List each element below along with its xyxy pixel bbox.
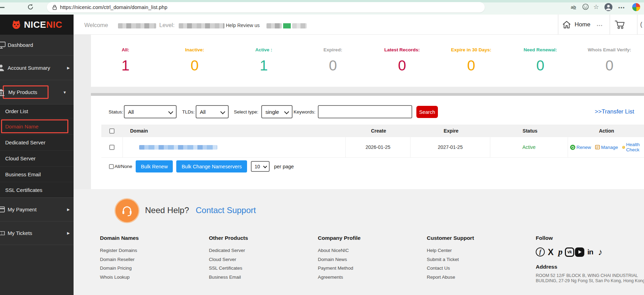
site-header: Welcome Level: Help Review us Home ••• (	[74, 15, 644, 35]
sidebar-item-business-email[interactable]: Business Email	[0, 167, 74, 182]
sidebar-item-account-summary[interactable]: Account Summary ▶	[0, 56, 74, 80]
footer-link-ssl-certificates[interactable]: SSL Certificates	[209, 264, 318, 273]
stat-label: Inactive:	[160, 47, 229, 52]
stat-label: All:	[91, 47, 160, 52]
health-check-link[interactable]: Health Check	[622, 142, 642, 152]
sidebar-item-dashboard[interactable]: Dashboard	[0, 35, 74, 56]
footer-col-other-products: Other Products Dedicated Server Cloud Se…	[209, 235, 318, 283]
logo-text: NICENIC	[24, 19, 62, 30]
tiktok-icon[interactable]: ♪	[596, 247, 604, 257]
sidebar-item-my-payment[interactable]: My Payment ▶	[0, 198, 74, 221]
footer-link-domain-news[interactable]: Domain News	[318, 255, 427, 264]
sidebar-item-domain-name[interactable]: Domain Name	[0, 118, 74, 135]
chevron-down-icon	[168, 109, 173, 114]
footer-link-submit-a-ticket[interactable]: Submit a Ticket	[427, 255, 536, 264]
row-checkbox[interactable]	[109, 145, 115, 150]
footer-link-domain-reseller[interactable]: Domain Reseller	[100, 255, 209, 264]
sidebar-item-my-products[interactable]: My Products ▼	[0, 80, 74, 104]
footer-link-register-domains[interactable]: Register Domains	[100, 246, 209, 255]
transfer-list-link[interactable]: >>Transfer List	[595, 108, 634, 115]
footer-link-agreements[interactable]: Agreements	[318, 273, 427, 282]
browser-menu-icon[interactable]: •••	[618, 5, 625, 10]
help-review-label[interactable]: Help Review us	[226, 23, 260, 28]
stat-label: Expired:	[298, 47, 367, 52]
col-domain: Domain	[122, 125, 346, 137]
select-all-checkbox[interactable]	[109, 128, 115, 134]
redacted-domain-link[interactable]	[139, 145, 217, 150]
status-select[interactable]: All	[124, 105, 177, 118]
browser-avatar[interactable]	[604, 3, 612, 12]
stat-latest-records: Latest Records: 0	[367, 35, 437, 87]
footer-link-dedicated-server[interactable]: Dedicated Server	[209, 246, 318, 255]
stat-value: 0	[160, 57, 229, 74]
address-bar[interactable]: https://nicenic.com/ctrl_domain/domain_l…	[47, 2, 485, 12]
sidebar-label: My Products	[8, 89, 37, 95]
chevron-down-icon: ▼	[63, 90, 67, 94]
url-text[interactable]: https://nicenic.com/ctrl_domain/domain_l…	[60, 5, 167, 10]
renew-label: Renew	[576, 145, 591, 150]
welcome-label: Welcome	[84, 22, 108, 28]
sidebar-item-order-list[interactable]: Order List	[0, 104, 74, 118]
youtube-icon[interactable]	[575, 247, 584, 257]
keywords-input[interactable]	[318, 105, 412, 118]
sidebar-item-cloud-server[interactable]: Cloud Server	[0, 151, 74, 167]
vk-icon[interactable]: vk	[565, 247, 574, 257]
renew-link[interactable]: Renew	[570, 145, 591, 150]
footer-link-about-nicenic[interactable]: About NiceNIC	[318, 246, 427, 255]
col-status: Status	[491, 125, 569, 137]
domain-list-panel: Status: All TLDs: All Select type: singl…	[91, 96, 644, 189]
type-select[interactable]: single	[261, 105, 293, 118]
cart-icon[interactable]	[614, 20, 625, 31]
sidebar-item-ssl-certificates[interactable]: SSL Certificates	[0, 182, 74, 198]
ticket-icon	[0, 230, 5, 236]
search-button[interactable]: Search	[416, 106, 438, 118]
translate-icon[interactable]: ab	[571, 5, 576, 10]
profile-icon[interactable]	[632, 3, 640, 11]
home-link[interactable]: Home	[575, 21, 590, 28]
home-more-icon[interactable]: •••	[597, 23, 603, 27]
back-icon[interactable]	[0, 7, 5, 8]
footer-link-business-email[interactable]: Business Email	[209, 273, 318, 282]
footer-link-report-abuse[interactable]: Report Abuse	[427, 273, 536, 282]
redacted-level	[179, 23, 224, 28]
bookmark-star-icon[interactable]: ☆	[593, 3, 599, 11]
refresh-icon[interactable]	[27, 3, 34, 12]
bulk-change-nameservers-button[interactable]: Bulk Change Nameservers	[176, 160, 247, 172]
footer-col-follow: Follow f X p vk in ♪ Address ROOM 52 12/…	[536, 235, 644, 283]
footer-col-customer-support: Customer Support Help Center Submit a Ti…	[427, 235, 536, 283]
footer-link-whois-lookup[interactable]: Whois Lookup	[100, 273, 209, 282]
screenshot-root: https://nicenic.com/ctrl_domain/domain_l…	[0, 0, 644, 295]
home-icon[interactable]	[562, 20, 571, 30]
stat-value: 0	[506, 57, 575, 74]
contact-support-link[interactable]: Contact Support	[196, 205, 256, 215]
stat-value: 0	[575, 57, 644, 74]
status-select-value: All	[128, 109, 134, 115]
bulk-renew-button[interactable]: Bulk Renew	[136, 160, 173, 172]
horizontal-scrollbar[interactable]	[91, 93, 644, 96]
sidebar-item-my-tickets[interactable]: My Tickets ▶	[0, 221, 74, 245]
footer-link-cloud-server[interactable]: Cloud Server	[209, 255, 318, 264]
x-twitter-icon[interactable]: X	[545, 247, 556, 257]
facebook-icon[interactable]: f	[536, 247, 545, 256]
lock-icon	[52, 5, 57, 10]
footer-link-contact-us[interactable]: Contact Us	[427, 264, 536, 273]
cat-logo-icon	[11, 19, 22, 30]
tlds-select[interactable]: All	[196, 105, 229, 118]
manage-link[interactable]: Manage	[595, 145, 618, 150]
footer-link-help-center[interactable]: Help Center	[427, 246, 536, 255]
feedback-smiley-icon[interactable]	[582, 3, 589, 11]
stat-value: 0	[298, 57, 367, 74]
stat-active: Active : 1	[229, 35, 298, 87]
pinterest-icon[interactable]: p	[557, 247, 564, 257]
sidebar-item-dedicated-server[interactable]: Dedicated Server	[0, 135, 74, 151]
footer-link-domain-pricing[interactable]: Domain Pricing	[100, 264, 209, 273]
table-row: 2026-01-25 2027-01-25 Active Renew Manag…	[101, 137, 644, 158]
person-icon	[0, 64, 5, 71]
all-none-checkbox[interactable]	[109, 164, 114, 169]
footer-link-payment-method[interactable]: Payment Method	[318, 264, 427, 273]
social-icons: f X p vk in ♪	[536, 246, 644, 258]
footer: Need Help? Contact Support Domain Names …	[74, 189, 644, 295]
nicenic-logo[interactable]: NICENIC	[0, 15, 74, 35]
linkedin-icon[interactable]: in	[585, 247, 595, 257]
per-page-select[interactable]: 10	[251, 161, 270, 172]
